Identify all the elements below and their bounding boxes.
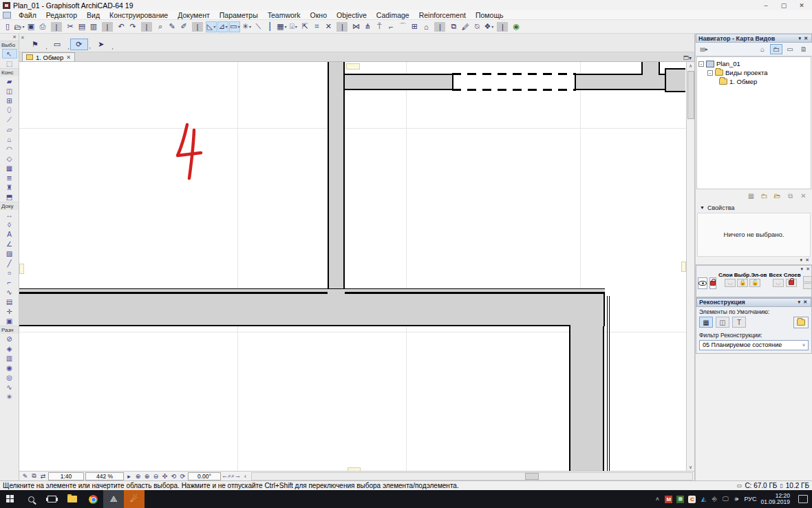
hide-icon[interactable]: ◡ <box>725 279 736 287</box>
sep[interactable]: | <box>192 22 203 32</box>
layer-option-icon[interactable] <box>803 283 812 289</box>
project-map-icon[interactable]: ⌂ <box>756 44 769 54</box>
objective-icon[interactable]: ◉ <box>511 21 522 32</box>
stair-tool-icon[interactable]: ≣ <box>2 173 17 182</box>
change-tool-icon[interactable]: ∿ <box>2 382 17 392</box>
publisher-icon[interactable]: 🗎 <box>798 44 810 54</box>
quick-layers-icon[interactable]: ⧉ <box>30 472 39 480</box>
collapse-icon[interactable]: ▾ <box>798 36 803 41</box>
unlock-icon[interactable]: 🔓 <box>749 279 760 287</box>
menu-item[interactable]: Файл <box>14 10 41 20</box>
beam-tool-icon[interactable]: ⟋ <box>2 115 17 125</box>
lock-all-icon[interactable] <box>786 279 797 287</box>
close-group-icon[interactable]: ✕ <box>323 21 334 32</box>
next-zoom-icon[interactable]: ⌕→ <box>231 472 241 480</box>
clock[interactable]: 12:20 01.09.2019 <box>760 493 791 505</box>
object-tool-icon[interactable]: ♜ <box>2 182 17 192</box>
maximize-button[interactable]: ▢ <box>776 1 791 10</box>
scrollbar-thumb[interactable] <box>525 473 539 480</box>
reconstruction-settings-button[interactable] <box>793 317 809 328</box>
grid-snap-icon[interactable]: ▦ <box>276 21 287 32</box>
pen-set-icon[interactable]: ✎ <box>21 472 30 480</box>
gravity-icon[interactable]: ◺ <box>206 21 217 32</box>
delete-view-icon[interactable]: ✕ <box>798 191 809 201</box>
tray-app-green-icon[interactable]: ▦ <box>676 496 684 503</box>
collapse-box-icon[interactable]: - <box>707 70 713 76</box>
scroll-up-icon[interactable]: ∧ <box>689 62 692 70</box>
circle-tool-icon[interactable]: ○ <box>2 268 17 277</box>
trim-icon[interactable]: ⋈ <box>350 21 361 32</box>
zoom-out-icon[interactable]: ⊖ <box>151 472 160 480</box>
vertical-wall[interactable] <box>328 62 345 295</box>
copy-icon[interactable]: ▤ <box>76 21 87 32</box>
axis-tool-icon[interactable]: ✳ <box>2 392 17 401</box>
guide-lines-icon[interactable]: ⎮ <box>264 21 275 32</box>
horizontal-scrollbar[interactable] <box>251 472 693 480</box>
drawing-tool-icon[interactable]: ▤ <box>2 297 17 306</box>
close-button[interactable]: ✕ <box>794 1 809 10</box>
wall-segment[interactable] <box>341 74 453 90</box>
save-view-icon[interactable]: 🗁 <box>771 191 783 201</box>
column-tool-icon[interactable]: ⬯ <box>2 105 17 115</box>
wall-step[interactable] <box>665 68 685 92</box>
navigator-header[interactable]: Навигатор - Карта Видов ▾ ✕ <box>696 34 812 43</box>
paste-icon[interactable]: ▥ <box>88 21 99 32</box>
fill-tool-icon[interactable]: ▨ <box>2 248 17 258</box>
tray-app-m-icon[interactable]: M <box>665 496 672 503</box>
spline-tool-icon[interactable]: ∿ <box>2 287 17 297</box>
fillet-icon[interactable]: ⌐ <box>385 21 396 32</box>
resize-icon[interactable]: ⊞ <box>409 21 420 32</box>
new-elements-icon[interactable]: T <box>732 317 746 328</box>
shell-tool-icon[interactable]: ◠ <box>2 144 17 154</box>
open-icon[interactable]: 🗁 <box>14 21 25 32</box>
view-map-icon[interactable]: 🗀 <box>770 44 782 54</box>
grid-settings-icon[interactable]: ⌗ <box>311 21 322 32</box>
speaker-icon[interactable]: 🕪 <box>733 496 740 503</box>
collapse-icon[interactable]: ▾ <box>797 299 802 305</box>
solid-op-icon[interactable]: ⌂ <box>420 21 431 32</box>
window-tool-icon[interactable]: ⊞ <box>2 96 17 105</box>
sep[interactable]: | <box>434 22 445 32</box>
tree-item-plan01[interactable]: - Plan_01 <box>698 59 809 68</box>
new-icon[interactable]: ▯ <box>2 21 13 32</box>
coordinates-icon[interactable]: ⍗ <box>288 21 299 32</box>
lock-icon[interactable]: 🔒 <box>737 279 748 287</box>
collapse-box-icon[interactable]: - <box>698 61 704 67</box>
menu-item[interactable]: Параметры <box>215 10 263 20</box>
save-icon[interactable]: ▣ <box>25 21 36 32</box>
zoom-level-box[interactable]: 442 % <box>85 472 124 480</box>
minimize-button[interactable]: – <box>758 1 773 10</box>
show-all-icon[interactable]: ◡ <box>773 279 784 287</box>
3d-view-icon[interactable]: ⧉ <box>448 21 459 32</box>
redo-icon[interactable]: ↷ <box>127 21 138 32</box>
figure-tool-icon[interactable]: ▣ <box>2 316 17 326</box>
layout-book-icon[interactable]: ▭ <box>784 44 796 54</box>
arrow-tool-icon[interactable]: ↖ <box>2 49 17 59</box>
play-icon[interactable]: ▸ <box>125 472 133 480</box>
camera-tool-icon[interactable]: ◎ <box>2 372 17 382</box>
slab-tool-icon[interactable]: ▱ <box>2 125 17 134</box>
reconstruction-filter-select[interactable]: 05 Планируемое состояние ˅ <box>699 340 809 350</box>
menu-item[interactable]: Документ <box>173 10 215 20</box>
scroll-down-icon[interactable]: ∨ <box>689 463 692 471</box>
existing-elements-icon[interactable]: ▦ <box>699 317 713 328</box>
worksheet-tool-icon[interactable]: ▥ <box>2 353 17 363</box>
archicad-taskbar-button[interactable]: ⟁ <box>103 490 124 508</box>
menu-item[interactable]: Редактор <box>41 10 82 20</box>
usb-icon[interactable]: ⎆ <box>711 496 718 503</box>
infobox-close-icon[interactable]: ✕ <box>21 35 25 41</box>
project-chooser-icon[interactable]: ▤▸ <box>698 44 710 54</box>
sep[interactable]: | <box>336 22 348 32</box>
level-dimension-tool-icon[interactable]: ◊ <box>2 220 17 229</box>
dimension-tool-icon[interactable]: ↔ <box>2 210 17 220</box>
close-icon[interactable]: ✕ <box>806 266 810 272</box>
tab-close-icon[interactable]: ✕ <box>66 54 71 61</box>
main-horizontal-wall[interactable] <box>19 293 605 326</box>
open-view-icon[interactable]: ⧉ <box>784 191 796 201</box>
collapse-icon[interactable]: ▾ <box>800 257 803 263</box>
menu-item[interactable]: Конструирование <box>105 10 173 20</box>
rotate-view-icon[interactable]: ⟳ <box>178 472 187 480</box>
zone-tool-icon[interactable]: ⬒ <box>2 192 17 202</box>
polyline-tool-icon[interactable]: ⌐ <box>2 277 17 287</box>
tray-app-c-icon[interactable]: C <box>688 496 696 503</box>
